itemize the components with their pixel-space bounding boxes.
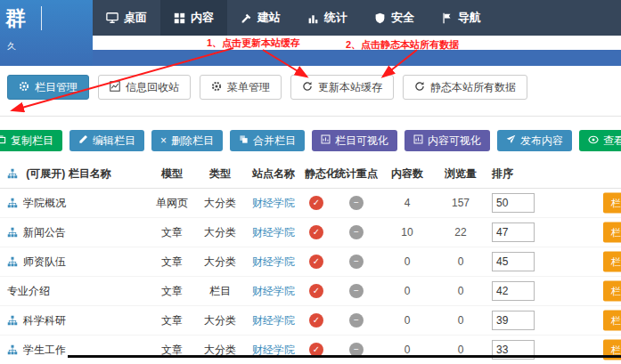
column-name[interactable]: 新闻公告	[23, 226, 66, 239]
header-static: 静态化	[301, 160, 331, 189]
type-cell: 栏目	[194, 277, 246, 306]
column-name[interactable]: 学生工作	[23, 344, 66, 356]
tree-expand-icon[interactable]	[7, 344, 18, 358]
tree-expand-icon[interactable]	[7, 227, 18, 240]
sort-input[interactable]	[492, 252, 535, 271]
button-label: 复制栏目	[11, 133, 53, 149]
statistics-icon	[307, 12, 319, 24]
content-count-cell: 0	[381, 247, 433, 277]
info-recycle-bin-button[interactable]: 信息回收站	[98, 75, 191, 100]
nav-item-statistics[interactable]: 统计	[294, 0, 361, 36]
annotation-note-1: 1、点击更新本站缓存	[207, 36, 300, 50]
site-link[interactable]: 财经学院	[252, 226, 295, 239]
row-column-button[interactable]: 栏目	[603, 193, 621, 214]
column-name[interactable]: 学院概况	[23, 197, 66, 209]
row-column-button[interactable]: 栏目	[603, 222, 621, 243]
blue-sub-bar	[0, 50, 621, 66]
button-label: 更新本站缓存	[318, 80, 382, 95]
content-count-cell: 0	[381, 306, 433, 336]
header-stat-focus: 统计重点	[331, 160, 381, 189]
site-link[interactable]: 财经学院	[252, 314, 295, 327]
logo-text: 群	[5, 4, 27, 32]
merge-column-button[interactable]: 合并栏目	[230, 130, 305, 151]
button-label: 删除栏目	[171, 133, 214, 149]
nav-item-desktop[interactable]: 桌面	[93, 0, 160, 36]
static-enabled-icon[interactable]: ✓	[309, 313, 323, 328]
views-cell: 0	[433, 336, 488, 364]
visualize-icon	[413, 134, 423, 147]
build-site-icon	[241, 12, 252, 24]
sort-input[interactable]	[492, 193, 535, 213]
site-link[interactable]: 财经学院	[252, 255, 295, 268]
nav-item-label: 内容	[191, 10, 214, 26]
sort-input[interactable]	[492, 281, 535, 301]
nav-item-security[interactable]: 安全	[361, 0, 428, 36]
stat-focus-off-icon[interactable]: −	[349, 284, 364, 298]
row-column-button[interactable]: 栏目	[603, 281, 621, 302]
table-row: 科学科研 文章 大分类 财经学院 ✓ − 0 0 栏目	[0, 306, 621, 336]
column-visualize-button[interactable]: 栏目可视化	[312, 130, 397, 151]
view-activity-button[interactable]: 查看动态	[579, 130, 621, 151]
nav-item-navigation[interactable]: 导航	[428, 0, 494, 36]
site-link[interactable]: 财经学院	[252, 197, 295, 209]
stat-focus-off-icon[interactable]: −	[349, 196, 364, 210]
model-cell: 文章	[150, 277, 194, 306]
header-site: 站点名称	[246, 160, 301, 189]
static-enabled-icon[interactable]: ✓	[309, 255, 323, 269]
publish-content-button[interactable]: 发布内容	[497, 130, 572, 151]
column-toolbar: 复制栏目 编辑栏目 × 删除栏目 合并栏目 栏目可视化 内容可视化 发布内容 查…	[0, 130, 621, 151]
column-name[interactable]: 师资队伍	[23, 255, 66, 268]
security-shield-icon	[374, 12, 386, 24]
row-column-button[interactable]: 栏目	[603, 311, 621, 331]
merge-icon	[239, 134, 249, 147]
action-bar: 栏目管理 信息回收站 菜单管理 更新本站缓存 静态本站所有数据	[7, 75, 527, 100]
column-name[interactable]: 专业介绍	[7, 285, 50, 297]
update-site-cache-button[interactable]: 更新本站缓存	[290, 75, 394, 100]
delete-column-button[interactable]: × 删除栏目	[151, 130, 223, 151]
column-name[interactable]: 科学科研	[23, 314, 66, 327]
column-manage-tab-button[interactable]: 栏目管理	[7, 75, 89, 100]
nav-item-build-site[interactable]: 建站	[227, 0, 294, 36]
model-cell: 单网页	[150, 189, 194, 218]
nav-item-label: 导航	[458, 10, 481, 26]
type-cell: 大分类	[194, 306, 246, 336]
copy-icon	[0, 134, 6, 147]
model-cell: 文章	[150, 218, 194, 247]
content-visualize-button[interactable]: 内容可视化	[404, 130, 490, 151]
tree-expand-icon[interactable]	[7, 256, 18, 270]
refresh-icon	[302, 81, 313, 94]
table-row: 学院概况 单网页 大分类 财经学院 ✓ − 4 157 栏目	[0, 189, 621, 218]
nav-item-label: 统计	[324, 10, 347, 26]
tree-expand-icon[interactable]	[7, 198, 18, 211]
main-nav: 桌面 内容 建站 统计 安全 导航	[93, 0, 494, 36]
bottom-border-line	[68, 355, 621, 358]
button-label: 静态本站所有数据	[430, 80, 516, 95]
content-count-cell: 10	[381, 218, 433, 247]
nav-item-content[interactable]: 内容	[160, 0, 227, 36]
copy-column-button[interactable]: 复制栏目	[0, 130, 62, 151]
menu-manage-button[interactable]: 菜单管理	[200, 75, 282, 100]
static-enabled-icon[interactable]: ✓	[309, 196, 323, 210]
refresh-icon	[414, 81, 425, 94]
publish-icon	[506, 134, 516, 147]
type-cell: 大分类	[194, 189, 246, 218]
static-enabled-icon[interactable]: ✓	[309, 225, 323, 239]
sitemap-icon	[7, 168, 18, 182]
section-divider	[0, 116, 621, 117]
desktop-icon	[106, 12, 118, 24]
stat-focus-off-icon[interactable]: −	[349, 255, 364, 269]
stat-focus-off-icon[interactable]: −	[349, 225, 364, 239]
tree-expand-icon[interactable]	[7, 315, 18, 328]
static-enabled-icon[interactable]: ✓	[309, 284, 323, 298]
site-link[interactable]: 财经学院	[252, 344, 295, 356]
stat-focus-off-icon[interactable]: −	[349, 313, 364, 328]
static-all-site-data-button[interactable]: 静态本站所有数据	[403, 75, 527, 100]
row-column-button[interactable]: 栏目	[603, 252, 621, 272]
site-link[interactable]: 财经学院	[252, 285, 295, 297]
sort-input[interactable]	[492, 311, 535, 330]
visualize-icon	[321, 134, 331, 147]
gear-icon	[211, 81, 222, 94]
sort-input[interactable]	[492, 222, 535, 242]
model-cell: 文章	[150, 306, 194, 336]
edit-column-button[interactable]: 编辑栏目	[69, 130, 144, 151]
